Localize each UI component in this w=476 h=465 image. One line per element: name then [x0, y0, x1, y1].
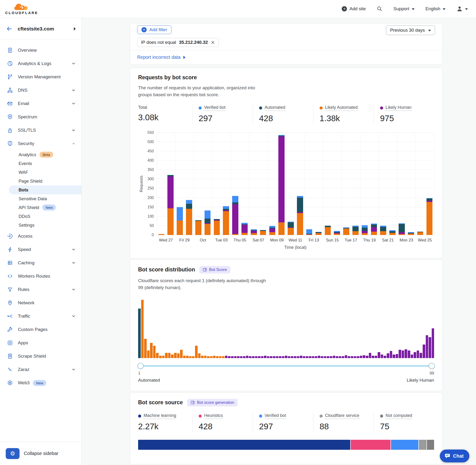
settings-gear-button[interactable]: ⚙ — [6, 448, 20, 459]
bar-sun-22 — [388, 133, 397, 235]
overview-icon — [7, 47, 13, 53]
score-bar-28 — [219, 356, 222, 358]
sidebar-item-events[interactable]: Events — [9, 159, 81, 168]
score-bar-41 — [258, 356, 261, 358]
add-filter-button[interactable]: + Add filter — [137, 25, 171, 34]
score-bar-76 — [363, 355, 365, 358]
score-bar-66 — [333, 356, 336, 358]
sidebar-item-zaraz[interactable]: Zaraz — [0, 363, 81, 376]
chevron-down-icon — [465, 8, 468, 10]
search-button[interactable] — [377, 6, 382, 12]
add-site-button[interactable]: + Add site — [342, 6, 366, 11]
sidebar-item-ddos[interactable]: DDoS — [9, 212, 81, 221]
sidebar-item-dns[interactable]: DNS — [0, 84, 81, 97]
bar-tue-10 — [277, 133, 286, 235]
score-bar-97 — [426, 335, 428, 358]
x-tick-wed-25: Wed 25 — [415, 238, 434, 243]
bar-sun-15 — [323, 133, 332, 235]
account-menu[interactable] — [456, 6, 468, 12]
sidebar-item-ssl-tls[interactable]: SSL/TLS — [0, 124, 81, 137]
sidebar-item-speed[interactable]: Speed — [0, 243, 81, 256]
stat-heuristics: Heuristics428 — [192, 413, 253, 433]
bar-mon-16 — [332, 133, 342, 235]
bar-thu-28 — [166, 133, 175, 235]
stat-machine-learning: Machine learning2.27k — [138, 413, 192, 433]
slider-handle-min[interactable] — [138, 363, 144, 369]
score-bar-92 — [411, 355, 413, 358]
sidebar-item-scrape-shield[interactable]: Scrape Shield — [0, 349, 81, 363]
stat-likely-automated: Likely Automated1.38k — [313, 105, 374, 125]
sidebar-item-api-shield[interactable]: API ShieldNew — [9, 203, 81, 212]
sidebar-item-network[interactable]: Network — [0, 296, 81, 309]
score-bar-82 — [381, 355, 383, 358]
score-bar-91 — [408, 350, 410, 358]
sidebar-item-overview[interactable]: Overview — [0, 43, 81, 57]
stat-value: 428 — [199, 422, 250, 431]
custom-pages-icon — [7, 327, 13, 332]
language-menu[interactable]: English — [425, 6, 445, 11]
sidebar-item-analytics[interactable]: AnalyticsBeta — [9, 150, 81, 159]
sidebar-item-workers-routes[interactable]: Workers Routes — [0, 270, 81, 283]
slider-track[interactable] — [139, 365, 433, 367]
remove-filter-icon[interactable]: ✕ — [211, 40, 215, 45]
sidebar-item-web3[interactable]: Web3New — [0, 376, 81, 390]
score-bar-30 — [225, 356, 228, 358]
sidebar-item-bots[interactable]: Bots — [9, 185, 81, 194]
sidebar-item-analytics-logs[interactable]: Analytics & Logs — [0, 57, 81, 70]
sidebar-item-email[interactable]: Email — [0, 97, 81, 110]
bar-wed-18 — [351, 133, 360, 235]
bar-thu-05 — [231, 133, 240, 235]
sidebar-item-caching[interactable]: Caching — [0, 256, 81, 270]
collapse-sidebar-button[interactable]: Collapse sidebar — [24, 451, 58, 456]
ssl-tls-icon — [7, 127, 13, 133]
score-bar-22 — [201, 356, 204, 358]
legend-dot — [259, 106, 262, 109]
score-bar-9 — [162, 356, 165, 358]
legend-dot — [199, 106, 202, 109]
sidebar-item-access[interactable]: Access — [0, 230, 81, 243]
score-bar-2 — [141, 300, 144, 358]
chat-button[interactable]: Chat — [440, 450, 469, 462]
slider-handle-max[interactable] — [429, 363, 435, 369]
bot-score-generation-doc-badge[interactable]: Bot score generation — [187, 399, 238, 406]
score-bar-4 — [147, 350, 150, 358]
score-bar-16 — [183, 356, 186, 358]
score-bar-24 — [207, 356, 210, 358]
gear-icon: ⚙ — [10, 450, 15, 457]
score-bar-87 — [396, 354, 398, 358]
x-tick-wed-27: Wed 27 — [157, 238, 175, 243]
sidebar-item-spectrum[interactable]: Spectrum — [0, 110, 81, 124]
support-menu[interactable]: Support — [393, 6, 414, 11]
sidebar-item-waf[interactable]: WAF — [9, 168, 81, 177]
source-segment-verified-bot — [391, 440, 419, 450]
score-bar-39 — [252, 356, 254, 358]
sidebar-item-version-management[interactable]: Version Management — [0, 70, 81, 84]
sidebar-item-rules[interactable]: Rules — [0, 283, 81, 296]
chevron-down-icon — [428, 30, 431, 32]
chat-bubble-icon — [444, 453, 450, 459]
sidebar-item-custom-pages[interactable]: Custom Pages — [0, 323, 81, 336]
bot-score-doc-badge[interactable]: Bot Score — [199, 266, 230, 274]
sidebar-item-security[interactable]: Security — [0, 137, 81, 150]
web3-icon — [7, 380, 13, 386]
chevron-up-icon — [71, 141, 76, 146]
score-bar-15 — [180, 350, 183, 358]
source-stacked-bar — [138, 440, 434, 450]
back-arrow-icon[interactable] — [6, 26, 12, 32]
x-tick-tue-17: Tue 17 — [342, 238, 360, 243]
score-bar-36 — [243, 356, 245, 358]
sidebar-item-sensitive-data[interactable]: Sensitive Data — [9, 194, 81, 203]
plus-icon: + — [141, 27, 147, 32]
score-bar-67 — [336, 356, 338, 358]
chevron-right-icon[interactable] — [74, 27, 76, 31]
stat-verified-bot: Verified bot297 — [253, 413, 313, 433]
date-range-dropdown[interactable]: Previous 30 days — [386, 25, 435, 35]
sidebar-item-settings[interactable]: Settings — [9, 221, 81, 230]
sidebar-item-traffic[interactable]: Traffic — [0, 309, 81, 323]
sidebar-item-page-shield[interactable]: Page Shield — [9, 177, 81, 185]
report-incorrect-data-link[interactable]: Report incorrect data — [137, 54, 186, 60]
legend-dot — [259, 414, 262, 418]
sidebar-item-apps[interactable]: Apps — [0, 336, 81, 349]
score-bar-29 — [222, 356, 224, 358]
score-bar-80 — [375, 356, 377, 358]
